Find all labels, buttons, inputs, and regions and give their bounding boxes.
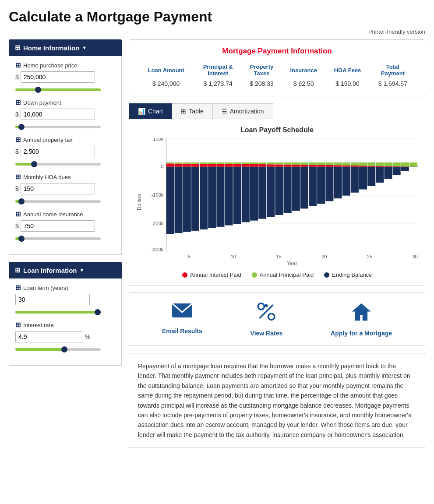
down-payment-slider[interactable] (15, 126, 101, 128)
col-property-taxes: PropertyTaxes (242, 62, 282, 78)
svg-rect-54 (284, 162, 292, 165)
svg-rect-65 (317, 165, 325, 167)
amortization-tab-icon: ☰ (222, 108, 227, 115)
svg-rect-10 (166, 167, 174, 234)
home-insurance-input[interactable] (21, 220, 95, 232)
down-payment-plus-icon: ⊞ (15, 99, 21, 106)
home-info-header[interactable]: ⊞ Home Information ▼ (9, 39, 122, 56)
apply-mortgage-button[interactable]: Apply for a Mortgage (331, 302, 392, 337)
purchase-price-plus-icon: ⊞ (15, 61, 21, 69)
svg-point-106 (265, 304, 268, 307)
hoa-dues-field: ⊞ Monthly HOA dues $ (15, 173, 115, 204)
mortgage-info-table: Loan Amount Principal &Interest Property… (138, 62, 416, 89)
svg-rect-21 (191, 162, 199, 164)
svg-point-104 (268, 314, 275, 320)
property-tax-slider[interactable] (15, 163, 101, 166)
svg-text:-300k: -300k (152, 247, 164, 252)
property-tax-input[interactable] (21, 146, 95, 157)
mortgage-info-title: Mortgage Payment Information (138, 47, 416, 56)
svg-rect-12 (166, 162, 174, 163)
tab-chart[interactable]: 📊 Chart (129, 103, 172, 119)
tab-table[interactable]: ⊞ Table (172, 103, 212, 119)
hoa-dues-input[interactable] (21, 183, 95, 194)
legend-principal-dot (252, 272, 257, 278)
svg-rect-33 (225, 162, 233, 164)
property-tax-field: ⊞ Annual property tax $ (15, 136, 115, 167)
loan-info-title: Loan Information (23, 267, 77, 274)
svg-rect-26 (208, 164, 216, 167)
svg-rect-82 (367, 167, 375, 186)
svg-rect-16 (183, 167, 191, 232)
description-text: Repayment of a mortgage loan requires th… (138, 361, 416, 440)
loan-term-input[interactable] (15, 294, 90, 305)
svg-rect-74 (342, 166, 350, 167)
col-total-payment: TotalPayment (370, 62, 416, 78)
chart-container: Loan Payoff Schedule Dollars (129, 119, 425, 285)
legend-balance-dot (324, 272, 329, 278)
home-insurance-plus-icon: ⊞ (15, 210, 21, 218)
purchase-price-input[interactable] (21, 71, 95, 83)
svg-rect-72 (334, 162, 342, 165)
interest-rate-slider[interactable] (15, 348, 101, 351)
svg-rect-32 (225, 164, 233, 167)
chart-title: Loan Payoff Schedule (136, 126, 418, 134)
bars-group (166, 162, 417, 234)
svg-rect-55 (292, 167, 300, 211)
svg-rect-37 (242, 167, 250, 222)
legend-balance: Ending Balance (324, 271, 372, 278)
x-label-10: 10 (231, 254, 236, 259)
svg-rect-14 (175, 164, 183, 167)
x-label-15: 15 (276, 254, 281, 259)
svg-rect-73 (342, 167, 350, 196)
svg-rect-39 (242, 162, 250, 164)
purchase-price-slider[interactable] (15, 88, 101, 91)
chart-legend: Annual Interest Paid Annual Principal Pa… (136, 271, 418, 278)
home-insurance-input-row: $ (15, 220, 115, 232)
svg-rect-34 (233, 167, 241, 224)
home-information-section: ⊞ Home Information ▼ ⊞ Home purchase pri… (9, 39, 122, 255)
x-axis-labels: 5 10 15 20 25 30 (166, 252, 418, 259)
svg-rect-75 (342, 162, 350, 166)
val-total-payment: $ 1,694.57 (370, 78, 416, 89)
svg-rect-28 (216, 167, 224, 227)
loan-info-arrow-icon: ▼ (80, 268, 85, 273)
hoa-dues-slider[interactable] (15, 200, 101, 203)
svg-rect-67 (325, 167, 333, 201)
svg-rect-91 (393, 167, 401, 175)
loan-information-section: ⊞ Loan Information ▼ ⊞ Loan term (years) (9, 262, 122, 366)
home-info-plus-icon: ⊞ (15, 44, 21, 52)
svg-rect-29 (216, 164, 224, 167)
home-insurance-slider[interactable] (15, 237, 101, 240)
svg-text:0: 0 (161, 164, 163, 169)
svg-rect-53 (284, 165, 292, 167)
svg-rect-19 (191, 167, 199, 231)
view-rates-button[interactable]: View Rates (251, 302, 283, 337)
email-results-button[interactable]: Email Results (162, 302, 202, 337)
x-label-20: 20 (321, 254, 327, 259)
loan-info-body: ⊞ Loan term (years) ⊞ Interest rate (9, 278, 122, 366)
table-tab-icon: ⊞ (181, 108, 186, 115)
svg-rect-52 (284, 167, 292, 213)
loan-term-field: ⊞ Loan term (years) (15, 284, 115, 315)
svg-rect-64 (317, 167, 325, 204)
purchase-price-input-row: $ (15, 71, 115, 83)
svg-rect-43 (258, 167, 266, 219)
interest-rate-plus-icon: ⊞ (15, 321, 21, 329)
svg-rect-41 (250, 164, 258, 167)
printer-friendly-link[interactable]: Printer-friendly version (9, 28, 425, 35)
hoa-dues-plus-icon: ⊞ (15, 173, 21, 181)
svg-rect-93 (393, 162, 401, 166)
loan-term-slider[interactable] (15, 311, 101, 314)
hoa-dues-label: ⊞ Monthly HOA dues (15, 173, 115, 181)
svg-rect-15 (175, 162, 183, 163)
mortgage-payment-info-box: Mortgage Payment Information Loan Amount… (129, 39, 425, 96)
amortization-tab-label: Amortization (230, 108, 264, 115)
tab-amortization[interactable]: ☰ Amortization (213, 103, 273, 119)
svg-rect-23 (200, 164, 208, 167)
loan-info-header[interactable]: ⊞ Loan Information ▼ (9, 262, 122, 278)
interest-rate-input[interactable] (15, 331, 83, 342)
down-payment-input[interactable] (21, 109, 95, 120)
email-results-label: Email Results (162, 328, 202, 335)
svg-rect-20 (191, 164, 199, 167)
svg-point-103 (258, 303, 264, 310)
